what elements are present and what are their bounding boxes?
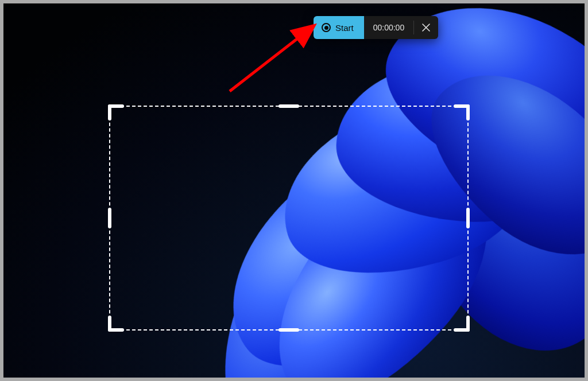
capture-selection[interactable] bbox=[109, 106, 469, 331]
resize-handle-top-right[interactable] bbox=[454, 104, 470, 120]
resize-handle-top-left[interactable] bbox=[108, 104, 124, 120]
resize-handle-left[interactable] bbox=[108, 208, 111, 228]
record-icon bbox=[322, 23, 331, 32]
resize-handle-bottom-left[interactable] bbox=[108, 316, 124, 332]
recording-toolbar: Start 00:00:00 bbox=[314, 16, 438, 39]
close-icon bbox=[422, 24, 430, 32]
svg-line-1 bbox=[230, 27, 312, 91]
resize-handle-bottom-right[interactable] bbox=[454, 316, 470, 332]
resize-handle-bottom[interactable] bbox=[278, 328, 299, 332]
start-button-label: Start bbox=[335, 23, 354, 33]
start-button[interactable]: Start bbox=[314, 16, 364, 39]
recording-timer: 00:00:00 bbox=[364, 16, 414, 39]
close-button[interactable] bbox=[414, 16, 438, 39]
annotation-arrow bbox=[225, 21, 323, 96]
resize-handle-top[interactable] bbox=[278, 104, 299, 108]
desktop-background: Start 00:00:00 bbox=[3, 3, 585, 378]
resize-handle-right[interactable] bbox=[466, 208, 470, 228]
